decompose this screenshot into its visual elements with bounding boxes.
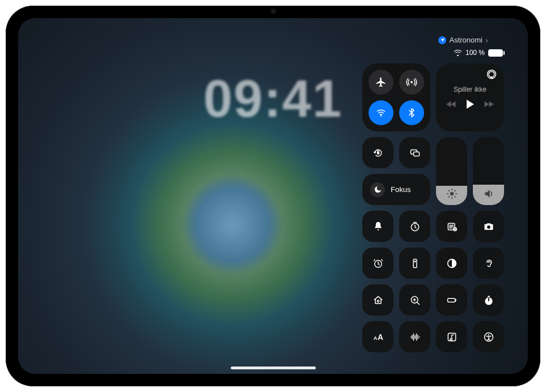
brightness-slider[interactable]: [436, 137, 467, 205]
control-center: Spiller ikke: [362, 63, 505, 352]
text-size-button[interactable]: AA: [362, 321, 393, 352]
now-playing-label: Spiller ikke: [454, 86, 486, 93]
orientation-lock-button[interactable]: [362, 137, 393, 168]
bluetooth-toggle[interactable]: [399, 100, 424, 125]
focus-label: Fokus: [391, 185, 410, 194]
svg-point-0: [410, 81, 413, 83]
recognize-music-button[interactable]: [436, 321, 467, 352]
magnifier-button[interactable]: [399, 284, 430, 316]
svg-text:A: A: [373, 335, 377, 340]
alarm-button[interactable]: [362, 248, 393, 279]
moon-icon: [370, 182, 385, 197]
airplay-icon[interactable]: [486, 69, 497, 80]
svg-point-11: [487, 225, 490, 228]
hearing-button[interactable]: [473, 248, 504, 279]
status-app-name: Astronomi: [449, 36, 482, 44]
home-indicator[interactable]: [231, 367, 316, 369]
media-playback-tile[interactable]: Spiller ikke: [436, 63, 504, 131]
status-bar-right: 100 %: [454, 49, 503, 57]
screen-mirroring-button[interactable]: [399, 137, 430, 168]
svg-text:A: A: [378, 333, 383, 341]
brightness-icon: [436, 188, 467, 199]
battery-icon: [488, 49, 503, 57]
wifi-status-icon: [454, 49, 462, 56]
volume-slider[interactable]: [473, 137, 504, 205]
chevron-right-icon: ›: [485, 35, 488, 45]
wifi-toggle[interactable]: [369, 100, 393, 125]
svg-point-26: [488, 334, 489, 335]
airplane-mode-toggle[interactable]: [369, 70, 393, 95]
media-controls: [446, 99, 494, 109]
svg-point-14: [414, 261, 416, 262]
rewind-button[interactable]: [446, 100, 456, 108]
svg-rect-21: [487, 296, 489, 297]
accessibility-button[interactable]: [473, 321, 504, 352]
focus-button[interactable]: Fokus: [362, 174, 430, 205]
stopwatch-button[interactable]: [473, 284, 504, 316]
svg-point-7: [450, 192, 454, 196]
forward-button[interactable]: [484, 100, 494, 108]
screen: 09:41 Astronomi › 100 %: [18, 18, 528, 374]
notes-quick-button[interactable]: [436, 211, 467, 242]
camera-button[interactable]: [473, 211, 504, 242]
location-icon: [438, 36, 446, 44]
svg-rect-18: [447, 298, 455, 302]
play-button[interactable]: [465, 99, 475, 109]
silent-mode-button[interactable]: [362, 211, 393, 242]
connectivity-group[interactable]: [362, 63, 430, 131]
ipad-device-frame: 09:41 Astronomi › 100 %: [6, 6, 540, 386]
airdrop-toggle[interactable]: [399, 70, 424, 95]
svg-point-16: [377, 300, 379, 302]
svg-rect-20: [488, 297, 489, 301]
svg-rect-6: [413, 152, 419, 156]
front-camera: [271, 9, 275, 13]
voice-memos-button[interactable]: [399, 321, 430, 352]
home-button[interactable]: [362, 284, 393, 316]
remote-button[interactable]: [399, 248, 430, 279]
battery-percent-text: 100 %: [465, 49, 485, 57]
svg-point-1: [380, 115, 382, 116]
low-power-button[interactable]: [436, 284, 467, 316]
timer-button[interactable]: [399, 211, 430, 242]
return-to-app-pill[interactable]: Astronomi ›: [438, 35, 488, 45]
svg-rect-13: [413, 259, 417, 267]
dark-mode-button[interactable]: [436, 248, 467, 279]
volume-icon: [473, 188, 504, 199]
